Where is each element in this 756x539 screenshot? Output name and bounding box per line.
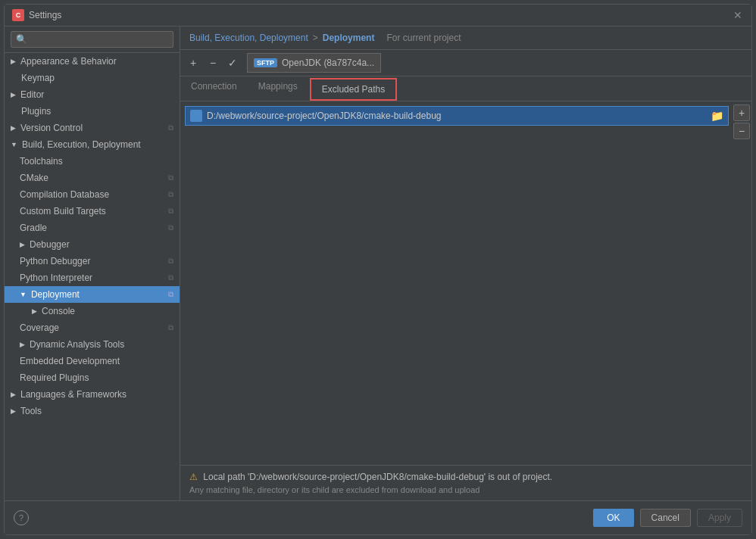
tab-connection[interactable]: Connection bbox=[180, 76, 248, 101]
copy-icon: ⧉ bbox=[168, 257, 173, 266]
sidebar-item-required-plugins[interactable]: Required Plugins bbox=[5, 369, 180, 386]
remove-path-button[interactable]: − bbox=[733, 123, 750, 139]
warning-main-text: Local path 'D:/webwork/source-project/Op… bbox=[203, 472, 552, 482]
sidebar-item-label: Required Plugins bbox=[20, 372, 89, 383]
expand-arrow-icon: ▶ bbox=[11, 391, 16, 398]
sidebar-item-deployment[interactable]: ▼ Deployment ⧉ bbox=[5, 286, 180, 303]
sidebar-item-label: Toolchains bbox=[20, 156, 63, 167]
sidebar-item-label: Dynamic Analysis Tools bbox=[30, 339, 124, 350]
sidebar-item-editor[interactable]: ▶ Editor bbox=[5, 86, 180, 103]
path-row[interactable]: D:/webwork/source-project/OpenJDK8/cmake… bbox=[185, 106, 729, 126]
ok-button[interactable]: OK bbox=[593, 509, 633, 527]
sidebar-item-console[interactable]: ▶ Console bbox=[5, 303, 180, 319]
cancel-button[interactable]: Cancel bbox=[640, 509, 691, 527]
app-icon: C bbox=[12, 9, 24, 21]
sftp-badge: SFTP bbox=[254, 58, 277, 67]
expand-arrow-icon: ▶ bbox=[32, 307, 37, 315]
sidebar-item-label: Plugins bbox=[11, 106, 51, 117]
sidebar-item-tools[interactable]: ▶ Tools bbox=[5, 403, 180, 419]
copy-icon: ⧉ bbox=[168, 207, 173, 216]
breadcrumb: Build, Execution, Deployment > Deploymen… bbox=[180, 26, 751, 50]
close-button[interactable]: ✕ bbox=[732, 9, 744, 21]
sidebar-item-languages[interactable]: ▶ Languages & Frameworks bbox=[5, 386, 180, 403]
remove-button[interactable]: − bbox=[205, 55, 221, 71]
path-value: D:/webwork/source-project/OpenJDK8/cmake… bbox=[207, 111, 706, 121]
sidebar-item-python-debugger[interactable]: Python Debugger ⧉ bbox=[5, 253, 180, 270]
sidebar-item-label: Python Interpreter bbox=[20, 273, 92, 283]
sidebar-item-plugins[interactable]: Plugins bbox=[5, 103, 180, 120]
check-button[interactable]: ✓ bbox=[224, 55, 241, 71]
dialog-title: Settings bbox=[29, 10, 61, 20]
sidebar-item-custom-build-targets[interactable]: Custom Build Targets ⧉ bbox=[5, 203, 180, 220]
sidebar-item-build[interactable]: ▼ Build, Execution, Deployment bbox=[5, 136, 180, 153]
expand-arrow-icon: ▶ bbox=[11, 91, 16, 98]
sidebar-item-compilation-database[interactable]: Compilation Database ⧉ bbox=[5, 186, 180, 203]
sftp-item-name: OpenJDK (8a787c4a... bbox=[282, 58, 374, 68]
expand-arrow-icon: ▶ bbox=[11, 407, 16, 415]
add-button[interactable]: + bbox=[185, 55, 201, 71]
sidebar-item-label: Version Control bbox=[20, 123, 83, 133]
for-project-label: For current project bbox=[386, 33, 461, 43]
sidebar-item-embedded[interactable]: Embedded Development bbox=[5, 353, 180, 369]
sidebar-item-label: Build, Execution, Deployment bbox=[22, 139, 141, 150]
sidebar-item-label: Appearance & Behavior bbox=[20, 56, 117, 67]
expand-arrow-icon: ▶ bbox=[20, 241, 25, 248]
copy-icon: ⧉ bbox=[168, 223, 173, 232]
sidebar-item-python-interpreter[interactable]: Python Interpreter ⧉ bbox=[5, 270, 180, 286]
folder-icon[interactable]: 📁 bbox=[711, 110, 723, 122]
settings-dialog: C Settings ✕ ▶ Appearance & Behavior Key… bbox=[4, 4, 752, 535]
copy-icon: ⧉ bbox=[168, 173, 173, 182]
titlebar-left: C Settings bbox=[12, 9, 61, 21]
sidebar-item-label: Debugger bbox=[30, 239, 70, 250]
apply-button[interactable]: Apply bbox=[697, 509, 742, 527]
tab-excluded-paths[interactable]: Excluded Paths bbox=[310, 78, 397, 101]
sidebar-item-label: Keymap bbox=[11, 73, 55, 83]
sidebar-item-debugger[interactable]: ▶ Debugger bbox=[5, 236, 180, 253]
sidebar-item-gradle[interactable]: Gradle ⧉ bbox=[5, 220, 180, 236]
search-box bbox=[5, 26, 180, 53]
titlebar: C Settings ✕ bbox=[5, 5, 751, 26]
breadcrumb-link-build[interactable]: Build, Execution, Deployment bbox=[189, 33, 308, 43]
tab-mappings[interactable]: Mappings bbox=[248, 76, 308, 101]
search-input[interactable] bbox=[11, 31, 173, 48]
bottom-bar: ? OK Cancel Apply bbox=[5, 500, 751, 534]
warning-sub-text: Any matching file, directory or its chil… bbox=[189, 485, 742, 494]
tabs-row: Connection Mappings Excluded Paths bbox=[180, 76, 751, 101]
main-content: ▶ Appearance & Behavior Keymap ▶ Editor … bbox=[5, 26, 751, 500]
sidebar-item-toolchains[interactable]: Toolchains bbox=[5, 153, 180, 170]
expand-arrow-icon: ▶ bbox=[11, 58, 16, 65]
add-remove-bar: + − bbox=[732, 101, 751, 142]
warning-icon: ⚠ bbox=[189, 472, 198, 482]
sidebar: ▶ Appearance & Behavior Keymap ▶ Editor … bbox=[5, 26, 180, 500]
sidebar-item-label: Tools bbox=[20, 406, 42, 416]
copy-icon: ⧉ bbox=[168, 273, 173, 282]
expand-arrow-icon: ▶ bbox=[11, 124, 16, 132]
path-list: D:/webwork/source-project/OpenJDK8/cmake… bbox=[185, 106, 729, 126]
sidebar-item-vcs[interactable]: ▶ Version Control ⧉ bbox=[5, 120, 180, 136]
sidebar-item-label: Console bbox=[42, 306, 75, 316]
expand-arrow-icon: ▼ bbox=[20, 291, 27, 298]
warning-bar: ⚠ Local path 'D:/webwork/source-project/… bbox=[180, 465, 751, 500]
sidebar-item-keymap[interactable]: Keymap bbox=[5, 70, 180, 86]
breadcrumb-current: Deployment bbox=[323, 33, 375, 43]
sidebar-item-label: Gradle bbox=[20, 223, 47, 233]
expand-arrow-icon: ▼ bbox=[11, 141, 17, 148]
toolbar-row: + − ✓ SFTP OpenJDK (8a787c4a... bbox=[180, 50, 751, 76]
breadcrumb-sep: > bbox=[313, 33, 318, 43]
sftp-server-item[interactable]: SFTP OpenJDK (8a787c4a... bbox=[247, 53, 381, 73]
bottom-left: ? bbox=[14, 510, 29, 525]
help-button[interactable]: ? bbox=[14, 510, 29, 525]
sidebar-item-coverage[interactable]: Coverage ⧉ bbox=[5, 319, 180, 336]
path-type-icon bbox=[190, 110, 202, 122]
sidebar-item-label: Custom Build Targets bbox=[20, 206, 106, 217]
panel-content: D:/webwork/source-project/OpenJDK8/cmake… bbox=[180, 101, 751, 465]
add-path-button[interactable]: + bbox=[733, 104, 750, 121]
sidebar-item-label: Languages & Frameworks bbox=[20, 389, 127, 400]
sidebar-item-label: Compilation Database bbox=[20, 189, 109, 200]
sidebar-item-dynamic-analysis[interactable]: ▶ Dynamic Analysis Tools bbox=[5, 336, 180, 353]
right-panel: Build, Execution, Deployment > Deploymen… bbox=[180, 26, 751, 500]
sidebar-item-cmake[interactable]: CMake ⧉ bbox=[5, 170, 180, 186]
sidebar-item-appearance[interactable]: ▶ Appearance & Behavior bbox=[5, 53, 180, 70]
sidebar-item-label: Coverage bbox=[20, 322, 59, 333]
sidebar-item-label: CMake bbox=[20, 173, 48, 183]
